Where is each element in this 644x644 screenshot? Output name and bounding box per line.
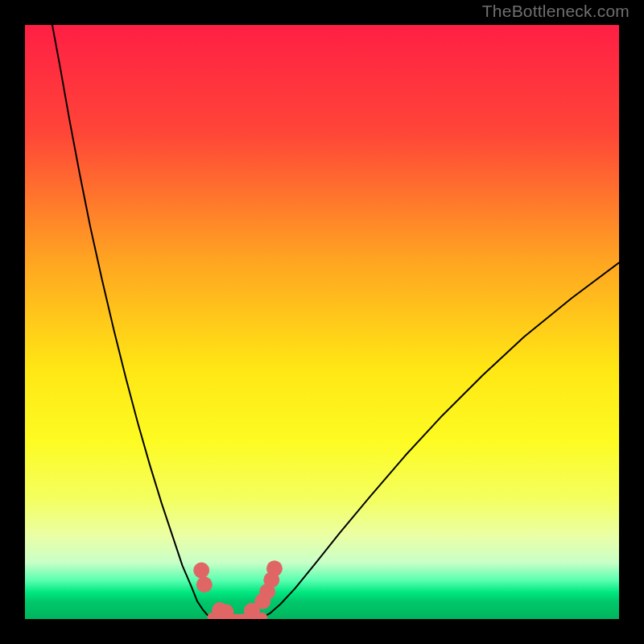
chart-frame: TheBottleneck.com (0, 0, 644, 644)
plot-background (25, 25, 619, 619)
watermark-label: TheBottleneck.com (482, 2, 630, 21)
marker-right-knee-d (266, 560, 283, 576)
chart-svg (25, 25, 619, 619)
marker-left-knee-lower (196, 576, 213, 592)
marker-left-knee-upper (193, 563, 209, 579)
plot-area (25, 25, 619, 619)
